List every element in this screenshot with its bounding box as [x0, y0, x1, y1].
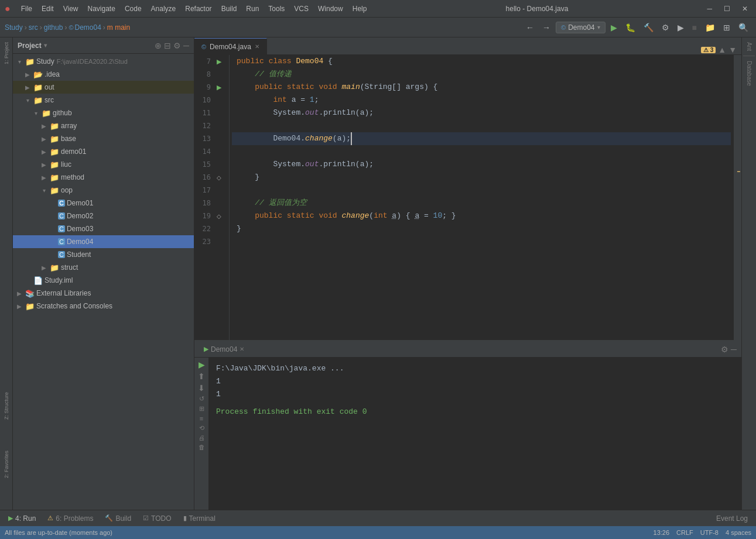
collapse-all-button[interactable]: ⊟	[164, 41, 171, 50]
tree-item-demo01[interactable]: ▶ 📁 demo01	[13, 145, 194, 158]
console-close-button[interactable]: ─	[731, 345, 737, 354]
panel-settings-button[interactable]: ⚙	[173, 41, 181, 50]
database-panel-button[interactable]: Database	[745, 59, 754, 88]
tree-item-liuc[interactable]: ▶ 📁 liuc	[13, 158, 194, 171]
run-tab-label: Demo04	[211, 345, 237, 353]
menu-vcs[interactable]: VCS	[290, 4, 312, 14]
favorites-label[interactable]: 2: Favorites	[4, 451, 9, 478]
tree-item-Demo02[interactable]: ▶ C Demo02	[13, 210, 194, 222]
back-button[interactable]: ←	[523, 21, 537, 34]
breadcrumb-oop[interactable]: ©Demo04	[69, 23, 101, 32]
soft-wrap-button[interactable]: ⟲	[199, 424, 204, 432]
run-tab[interactable]: ▶ Demo04 ✕	[199, 344, 249, 355]
menu-navigate[interactable]: Navigate	[84, 4, 119, 14]
minimize-button[interactable]: ─	[703, 5, 716, 13]
coverage-button[interactable]: ⚙	[659, 21, 672, 34]
down-console-button[interactable]: ⬇	[198, 383, 205, 393]
profile-button[interactable]: ▶	[675, 21, 687, 34]
structure-button[interactable]: ⊞	[720, 21, 733, 34]
tree-item-Demo03[interactable]: ▶ C Demo03	[13, 222, 194, 235]
tree-item-method[interactable]: ▶ 📁 method	[13, 171, 194, 184]
line-gutter-13: 13	[194, 132, 229, 145]
tree-item-array[interactable]: ▶ 📁 array	[13, 119, 194, 132]
tree-item-Demo01[interactable]: ▶ C Demo01	[13, 197, 194, 210]
debug-button[interactable]: 🐛	[622, 21, 638, 34]
todo-tool-button[interactable]: ☑ TODO	[139, 513, 175, 524]
method-label: method	[61, 173, 84, 181]
clear-console-button[interactable]: 🗑	[199, 444, 205, 451]
panel-close-button[interactable]: ─	[183, 41, 189, 50]
run-console-button[interactable]: ▶	[199, 360, 205, 369]
run-button[interactable]: ▶	[608, 21, 620, 34]
tree-item-Demo04[interactable]: ▶ C Demo04	[13, 235, 194, 248]
run-tool-button[interactable]: ▶ 4: Run	[5, 513, 39, 524]
project-view-button[interactable]: 📁	[702, 21, 718, 34]
run-config-arrow: ▾	[597, 24, 600, 30]
ant-panel-button[interactable]: Ant	[745, 40, 754, 53]
prev-warning-button[interactable]: ▲	[718, 45, 726, 54]
tree-item-struct[interactable]: ▶ 📁 struct	[13, 261, 194, 274]
stop-console-button[interactable]: ⬆	[198, 372, 205, 381]
tree-item-scratches[interactable]: ▶ 📁 Scratches and Consoles	[13, 300, 194, 313]
run-tab-close[interactable]: ✕	[240, 346, 244, 352]
project-sidebar-label[interactable]: 1: Project	[4, 42, 9, 64]
stop-button[interactable]: ■	[689, 21, 700, 34]
event-log-tool-button[interactable]: Event Log	[713, 513, 751, 524]
tree-item-base[interactable]: ▶ 📁 base	[13, 132, 194, 145]
tree-item-out[interactable]: ▶ 📁 out	[13, 81, 194, 94]
breadcrumb-src[interactable]: src	[29, 23, 38, 32]
print-console-button[interactable]: 🖨	[199, 434, 205, 441]
maximize-button[interactable]: ☐	[720, 5, 734, 13]
menu-view[interactable]: View	[60, 4, 82, 14]
menu-run[interactable]: Run	[242, 4, 262, 14]
line-separator[interactable]: CRLF	[676, 529, 693, 536]
code-content[interactable]: public class Demo04 { // 值传递	[230, 55, 733, 340]
terminal-tool-button[interactable]: ▮ Terminal	[180, 513, 219, 524]
menu-edit[interactable]: Edit	[38, 4, 57, 14]
tree-item-github[interactable]: ▾ 📁 github	[13, 107, 194, 119]
tree-item-study-iml[interactable]: ▶ 📄 Study.iml	[13, 274, 194, 287]
menu-build[interactable]: Build	[218, 4, 241, 14]
sort-console-button[interactable]: ≡	[200, 415, 203, 422]
tree-item-src[interactable]: ▾ 📁 src	[13, 94, 194, 107]
build-tool-button[interactable]: 🔨 Build	[101, 513, 135, 524]
tree-item-study[interactable]: ▾ 📁 Study F:\java\IDEA2020.2\Stud	[13, 55, 194, 68]
pin-console-button[interactable]: ⊞	[199, 405, 204, 413]
problems-tool-button[interactable]: ⚠ 6: Problems	[44, 513, 97, 524]
menu-window[interactable]: Window	[314, 4, 347, 14]
tab-demo04[interactable]: © Demo04.java ✕	[194, 38, 267, 54]
breadcrumb-github[interactable]: github	[44, 23, 63, 32]
close-button[interactable]: ✕	[738, 5, 751, 13]
status-message: All files are up-to-date (moments ago)	[5, 529, 112, 536]
tree-item-Student[interactable]: ▶ C Student	[13, 248, 194, 261]
z-structure-label[interactable]: Z: Structure	[4, 392, 9, 420]
menu-refactor[interactable]: Refactor	[182, 4, 215, 14]
rerun-console-button[interactable]: ↺	[199, 395, 204, 403]
encoding[interactable]: UTF-8	[700, 529, 719, 536]
menu-file[interactable]: File	[18, 4, 36, 14]
build-button[interactable]: 🔨	[641, 21, 656, 34]
breadcrumb-main[interactable]: m main	[107, 23, 130, 32]
menu-help[interactable]: Help	[349, 4, 371, 14]
console-settings-button[interactable]: ⚙	[721, 345, 728, 354]
next-warning-button[interactable]: ▼	[728, 45, 737, 54]
locate-file-button[interactable]: ⊕	[155, 41, 162, 50]
tree-item-idea[interactable]: ▶ 📂 .idea	[13, 68, 194, 81]
run-gutter-7[interactable]: ▶	[214, 58, 224, 66]
tree-item-ext-lib[interactable]: ▶ 📚 External Libraries	[13, 287, 194, 300]
panel-title[interactable]: Project ▾	[18, 42, 47, 50]
tab-close-button[interactable]: ✕	[255, 43, 259, 50]
editor-area: © Demo04.java ✕ ⚠ 3 ▲ ▼ 7 ▶	[194, 37, 741, 340]
cursor-position[interactable]: 13:26	[654, 529, 670, 536]
run-config-selector[interactable]: © Demo04 ▾	[556, 22, 605, 33]
indent-info[interactable]: 4 spaces	[726, 529, 751, 536]
search-button[interactable]: 🔍	[736, 21, 751, 34]
menu-tools[interactable]: Tools	[265, 4, 288, 14]
forward-button[interactable]: →	[539, 21, 553, 34]
menu-analyze[interactable]: Analyze	[148, 4, 180, 14]
breadcrumb-study[interactable]: Study	[5, 23, 23, 32]
menu-code[interactable]: Code	[121, 4, 145, 14]
run-gutter-9[interactable]: ▶	[214, 84, 224, 91]
tree-item-oop[interactable]: ▾ 📁 oop	[13, 184, 194, 197]
arrow-github: ▾	[32, 110, 40, 116]
